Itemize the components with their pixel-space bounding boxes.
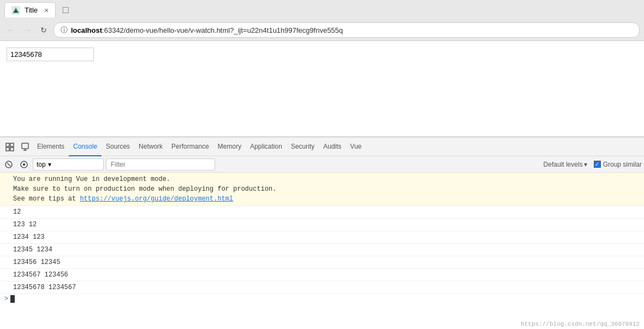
url-host: localhost	[71, 26, 102, 34]
devtools-tab-memory[interactable]: Memory	[213, 138, 246, 156]
forward-button[interactable]: →	[21, 24, 34, 37]
watermark: https://blog.csdn.net/qq_36079912	[521, 321, 640, 327]
levels-dropdown-icon: ▾	[584, 161, 587, 168]
context-selector[interactable]: top ▾	[33, 158, 104, 171]
page-input[interactable]	[7, 48, 94, 61]
devtools-panel: Elements Console Sources Network Perform…	[0, 137, 644, 329]
console-input-line[interactable]: >	[0, 294, 644, 304]
svg-line-11	[7, 163, 10, 166]
levels-selector[interactable]: Default levels ▾	[544, 161, 587, 168]
svg-rect-4	[10, 143, 14, 146]
console-line-3: 1234 123	[0, 231, 644, 244]
devtools-tab-elements[interactable]: Elements	[33, 138, 69, 156]
svg-rect-5	[6, 148, 9, 151]
console-stop-button[interactable]	[17, 158, 31, 171]
svg-rect-3	[6, 143, 9, 146]
context-dropdown-icon: ▾	[48, 161, 51, 168]
console-line-1: 12	[0, 206, 644, 219]
back-button[interactable]: ←	[4, 24, 17, 37]
console-cursor	[10, 295, 15, 303]
browser-chrome: Title × □ ← → ↻ ⓘ localhost:63342/demo-v…	[0, 0, 644, 41]
browser-tab[interactable]: Title ×	[4, 2, 56, 17]
url-bar[interactable]: ⓘ localhost:63342/demo-vue/hello-vue/v-w…	[53, 22, 640, 38]
console-toolbar: top ▾ Default levels ▾ ✓ Group similar	[0, 156, 644, 173]
group-similar-control[interactable]: ✓ Group similar	[594, 161, 642, 168]
devtools-tab-performance[interactable]: Performance	[167, 138, 213, 156]
devtools-inspect-icon[interactable]	[2, 139, 17, 155]
group-similar-checkbox[interactable]: ✓	[594, 161, 601, 168]
page-content	[0, 41, 644, 137]
console-line-5: 123456 12345	[0, 256, 644, 269]
devtools-tab-console[interactable]: Console	[69, 138, 102, 156]
devtools-device-icon[interactable]	[17, 139, 33, 155]
devtools-tabs: Elements Console Sources Network Perform…	[0, 138, 644, 156]
address-bar: ← → ↻ ⓘ localhost:63342/demo-vue/hello-v…	[0, 20, 644, 40]
context-label: top	[37, 161, 46, 168]
devtools-tab-network[interactable]: Network	[134, 138, 167, 156]
url-path: :63342/demo-vue/hello-vue/v-watch.html?_…	[102, 26, 343, 34]
filter-input[interactable]	[106, 158, 215, 171]
devtools-tab-audits[interactable]: Audits	[319, 138, 345, 156]
secure-icon: ⓘ	[61, 25, 68, 35]
console-line-6: 1234567 123456	[0, 269, 644, 281]
console-warning-message: You are running Vue in development mode.…	[0, 173, 644, 206]
tab-favicon	[11, 6, 20, 15]
levels-label: Default levels	[544, 161, 583, 168]
devtools-tab-security[interactable]: Security	[287, 138, 319, 156]
console-clear-button[interactable]	[2, 158, 15, 171]
console-output: You are running Vue in development mode.…	[0, 173, 644, 329]
group-similar-label: Group similar	[603, 161, 642, 168]
svg-rect-7	[22, 143, 28, 149]
svg-rect-13	[23, 163, 25, 166]
tab-close-button[interactable]: ×	[44, 6, 49, 15]
deployment-link[interactable]: https://vuejs.org/guide/deployment.html	[80, 195, 233, 203]
devtools-tab-sources[interactable]: Sources	[102, 138, 134, 156]
svg-rect-6	[10, 148, 14, 151]
refresh-button[interactable]: ↻	[37, 24, 50, 37]
new-tab-button[interactable]: □	[58, 2, 73, 17]
url-text: localhost:63342/demo-vue/hello-vue/v-wat…	[71, 26, 343, 34]
console-line-2: 123 12	[0, 219, 644, 231]
devtools-tab-vue[interactable]: Vue	[346, 138, 366, 156]
devtools-tab-application[interactable]: Application	[246, 138, 287, 156]
console-line-7: 12345678 1234567	[0, 281, 644, 294]
tab-bar: Title × □	[0, 0, 644, 20]
tab-title: Title	[25, 6, 38, 14]
console-line-4: 12345 1234	[0, 244, 644, 256]
console-prompt-icon: >	[4, 295, 8, 303]
